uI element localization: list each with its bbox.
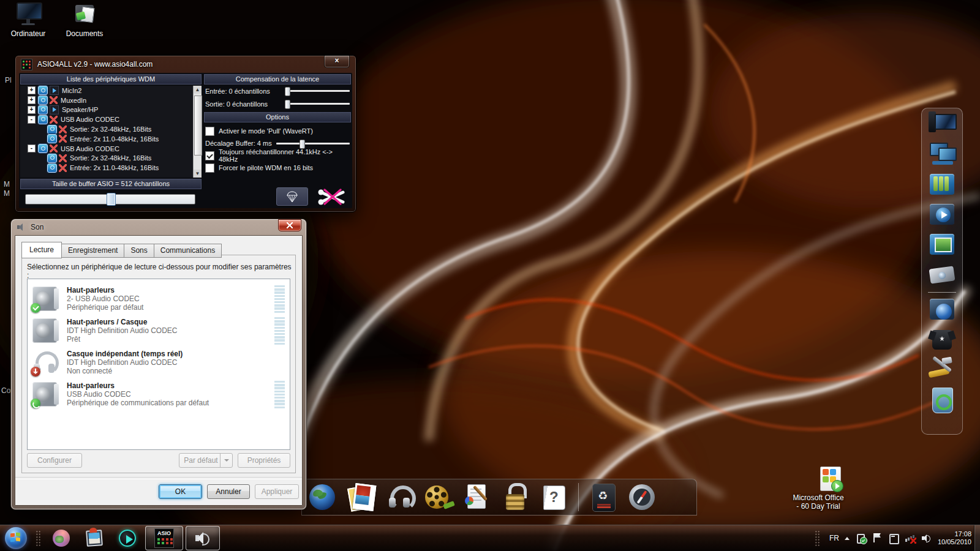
scroll-up-icon[interactable]: ▲: [194, 86, 202, 94]
documents-icon[interactable]: [462, 483, 491, 511]
tree-row[interactable]: +MicIn2: [20, 86, 202, 96]
resample-checkbox[interactable]: [205, 151, 214, 160]
folder-pictures-icon[interactable]: [927, 231, 957, 258]
power-icon[interactable]: [47, 163, 57, 173]
hidden-icons-arrow[interactable]: [845, 537, 850, 540]
default-dropdown-arrow[interactable]: [220, 454, 232, 467]
network-icon[interactable]: [927, 141, 957, 168]
folder-binders-icon[interactable]: [927, 171, 957, 198]
configure-button[interactable]: Configurer: [27, 453, 82, 468]
language-indicator[interactable]: FR: [829, 534, 839, 542]
image-viewer-icon[interactable]: [85, 529, 104, 547]
tab-communications[interactable]: Communications: [154, 244, 222, 258]
help-icon[interactable]: ?: [540, 483, 568, 511]
device-row-haut-parleurs-comm[interactable]: Haut-parleurs USB Audio CODEC Périphériq…: [28, 378, 290, 410]
tree-scrollbar[interactable]: ▲ ▼: [193, 86, 202, 178]
device-label: USB Audio CODEC: [61, 116, 119, 123]
compass-icon[interactable]: [628, 483, 656, 511]
tree-row[interactable]: +MuxedIn: [20, 96, 202, 105]
desktop-icon-ordinateur[interactable]: Ordinateur: [0, 2, 56, 38]
headphones-icon[interactable]: [385, 483, 413, 511]
expand-icon[interactable]: +: [28, 106, 36, 114]
buffer-size-slider[interactable]: [25, 194, 195, 204]
buffer-offset-slider[interactable]: [276, 140, 350, 148]
desktop-icon-office[interactable]: Microsoft Office - 60 Day Trial: [789, 467, 848, 511]
tshirt-icon[interactable]: [927, 326, 957, 353]
properties-button[interactable]: Propriétés: [238, 453, 290, 468]
power-icon[interactable]: [38, 86, 48, 95]
tree-row-child[interactable]: Entrée: 2x 11.0-48kHz, 16Bits: [20, 163, 202, 173]
power-icon[interactable]: [47, 125, 57, 134]
scroll-down-icon[interactable]: ▼: [194, 170, 202, 178]
projector-icon[interactable]: [927, 261, 957, 288]
device-row-haut-parleurs-casque[interactable]: Haut-parleurs / Casque IDT High Definiti…: [28, 315, 290, 347]
wrench-advanced-button[interactable]: [314, 187, 350, 206]
recycle-bin-icon[interactable]: ♻: [589, 483, 617, 511]
ok-button[interactable]: OK: [159, 484, 202, 499]
input-latency-slider[interactable]: [285, 87, 350, 95]
device-row-casque-independant[interactable]: Casque indépendant (temps réel) IDT High…: [28, 347, 290, 378]
slider-thumb[interactable]: [285, 100, 290, 109]
show-desktop-button[interactable]: [974, 525, 980, 551]
collapse-icon[interactable]: -: [28, 144, 36, 152]
output-latency-slider[interactable]: [285, 100, 350, 108]
tab-enregistrement[interactable]: Enregistrement: [62, 244, 124, 258]
recycle-bin-blue-icon[interactable]: [927, 386, 957, 413]
hammer-icon[interactable]: [927, 356, 957, 383]
slider-thumb[interactable]: [285, 87, 290, 96]
slider-thumb[interactable]: [107, 193, 116, 206]
media-player-icon[interactable]: [118, 529, 137, 547]
asio-close-button[interactable]: ×: [324, 56, 350, 68]
clock[interactable]: 17:08 10/05/2010: [938, 530, 971, 546]
cancel-button[interactable]: Annuler: [207, 484, 250, 499]
force-16bit-checkbox[interactable]: [205, 163, 214, 173]
tree-row[interactable]: +Speaker/HP: [20, 105, 202, 115]
sound-titlebar[interactable]: Son: [11, 219, 306, 235]
parachute-button[interactable]: [276, 187, 308, 206]
desktop-icon-documents[interactable]: Documents: [56, 2, 113, 38]
power-icon[interactable]: [47, 154, 57, 163]
action-center-flag-icon[interactable]: [872, 533, 883, 544]
device-row-haut-parleurs-usb[interactable]: Haut-parleurs 2- USB Audio CODEC Périphé…: [28, 283, 290, 315]
tree-row-child[interactable]: Entrée: 2x 11.0-48kHz, 16Bits: [20, 134, 202, 144]
photos-icon[interactable]: [347, 483, 375, 511]
start-button[interactable]: [5, 527, 27, 549]
apply-button[interactable]: Appliquer: [255, 484, 299, 499]
display-icon[interactable]: [888, 533, 899, 544]
power-icon[interactable]: [38, 144, 48, 153]
power-icon[interactable]: [38, 115, 48, 124]
usb-device-icon[interactable]: [855, 533, 866, 544]
device-status: Périphérique de communications par défau…: [67, 399, 209, 407]
asio-titlebar[interactable]: ASIO4ALL v2.9 - www.asio4all.com: [15, 56, 356, 73]
computer-icon[interactable]: [927, 111, 957, 138]
power-icon[interactable]: [47, 134, 57, 143]
scrollbar-thumb[interactable]: [194, 96, 202, 156]
tree-row-child[interactable]: Sortie: 2x 32-48kHz, 16Bits: [20, 124, 202, 134]
tree-row[interactable]: -USB Audio CODEC: [20, 114, 202, 124]
network-disconnected-icon[interactable]: [905, 533, 916, 544]
volume-icon[interactable]: [921, 533, 932, 544]
tree-row-child[interactable]: Sortie: 2x 32-48kHz, 16Bits: [20, 154, 202, 163]
expand-icon[interactable]: +: [28, 86, 36, 94]
sound-close-button[interactable]: [278, 219, 301, 231]
dock-drag-handle: [36, 530, 41, 546]
pull-mode-checkbox[interactable]: [205, 127, 214, 136]
globe-icon[interactable]: [308, 483, 336, 511]
slider-thumb[interactable]: [300, 140, 305, 149]
collapse-icon[interactable]: -: [28, 116, 36, 124]
lock-icon[interactable]: [501, 483, 529, 511]
film-reel-icon[interactable]: [424, 483, 452, 511]
tab-sons[interactable]: Sons: [124, 244, 154, 258]
browser-globe-icon[interactable]: [52, 529, 70, 547]
set-default-button[interactable]: Par défaut: [179, 453, 233, 468]
tab-lecture[interactable]: Lecture: [21, 242, 62, 258]
tree-row[interactable]: -USB Audio CODEC: [20, 144, 202, 154]
taskbar-button-volume[interactable]: [186, 526, 220, 550]
folder-videos-icon[interactable]: [927, 201, 957, 228]
folder-internet-icon[interactable]: [927, 296, 957, 323]
taskbar-button-asio4all[interactable]: ASIO: [145, 526, 183, 550]
power-icon[interactable]: [38, 96, 48, 105]
power-icon[interactable]: [38, 105, 48, 114]
expand-icon[interactable]: +: [28, 96, 36, 104]
playback-device-list[interactable]: Haut-parleurs 2- USB Audio CODEC Périphé…: [27, 279, 290, 450]
